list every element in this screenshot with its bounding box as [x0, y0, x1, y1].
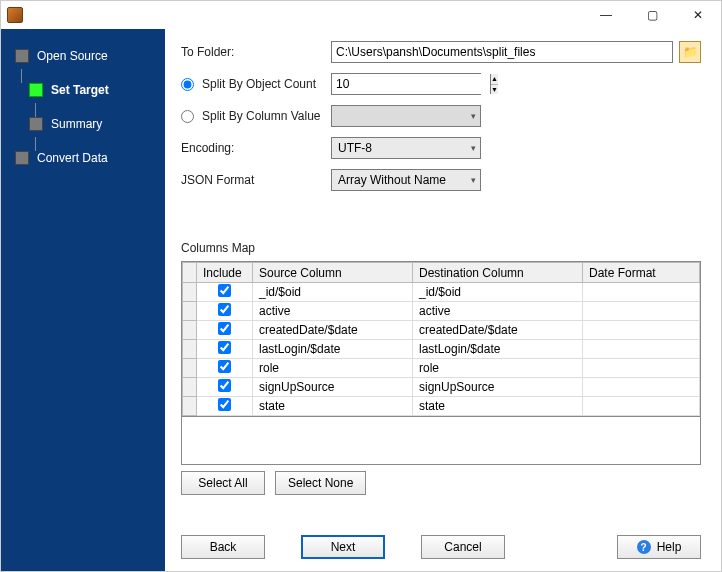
include-checkbox[interactable] — [218, 284, 231, 297]
columns-map-grid[interactable]: Include Source Column Destination Column… — [181, 261, 701, 417]
json-format-select[interactable]: Array Without Name ▾ — [331, 169, 481, 191]
dest-cell[interactable]: lastLogin/$date — [413, 340, 583, 359]
object-count-input[interactable] — [332, 74, 490, 94]
datefmt-cell[interactable] — [583, 397, 700, 416]
datefmt-cell[interactable] — [583, 340, 700, 359]
columns-map-title: Columns Map — [181, 241, 701, 255]
table-row[interactable]: createdDate/$datecreatedDate/$date — [183, 321, 700, 340]
help-label: Help — [657, 540, 682, 554]
include-checkbox[interactable] — [218, 322, 231, 335]
datefmt-cell[interactable] — [583, 359, 700, 378]
col-source[interactable]: Source Column — [253, 263, 413, 283]
table-row[interactable]: lastLogin/$datelastLogin/$date — [183, 340, 700, 359]
step-label: Open Source — [37, 49, 108, 63]
col-include[interactable]: Include — [197, 263, 253, 283]
row-header — [183, 321, 197, 340]
encoding-value: UTF-8 — [338, 141, 372, 155]
titlebar: — ▢ ✕ — [1, 1, 721, 29]
split-column-select: ▾ — [331, 105, 481, 127]
split-by-count-label: Split By Object Count — [202, 77, 316, 91]
include-checkbox[interactable] — [218, 341, 231, 354]
step-label: Set Target — [51, 83, 109, 97]
source-cell[interactable]: createdDate/$date — [253, 321, 413, 340]
table-row[interactable]: _id/$oid_id/$oid — [183, 283, 700, 302]
help-button[interactable]: ? Help — [617, 535, 701, 559]
next-button[interactable]: Next — [301, 535, 385, 559]
source-cell[interactable]: state — [253, 397, 413, 416]
close-button[interactable]: ✕ — [675, 1, 721, 29]
browse-folder-button[interactable]: 📁 — [679, 41, 701, 63]
row-header — [183, 378, 197, 397]
source-cell[interactable]: role — [253, 359, 413, 378]
step-label: Convert Data — [37, 151, 108, 165]
chevron-down-icon: ▾ — [471, 143, 476, 153]
spin-down-icon[interactable]: ▼ — [491, 85, 498, 95]
include-checkbox[interactable] — [218, 379, 231, 392]
select-none-button[interactable]: Select None — [275, 471, 366, 495]
step-label: Summary — [51, 117, 102, 131]
object-count-stepper[interactable]: ▲▼ — [331, 73, 481, 95]
row-header — [183, 283, 197, 302]
grid-empty-area — [181, 417, 701, 465]
dest-cell[interactable]: _id/$oid — [413, 283, 583, 302]
include-checkbox[interactable] — [218, 360, 231, 373]
source-cell[interactable]: _id/$oid — [253, 283, 413, 302]
include-checkbox[interactable] — [218, 398, 231, 411]
dest-cell[interactable]: active — [413, 302, 583, 321]
back-button[interactable]: Back — [181, 535, 265, 559]
include-checkbox[interactable] — [218, 303, 231, 316]
datefmt-cell[interactable] — [583, 378, 700, 397]
table-row[interactable]: rolerole — [183, 359, 700, 378]
encoding-label: Encoding: — [181, 141, 331, 155]
split-by-count-radio-input[interactable] — [181, 78, 194, 91]
table-row[interactable]: activeactive — [183, 302, 700, 321]
datefmt-cell[interactable] — [583, 283, 700, 302]
step-summary[interactable]: Summary — [1, 111, 165, 137]
step-open-source[interactable]: Open Source — [1, 43, 165, 69]
table-row[interactable]: signUpSourcesignUpSource — [183, 378, 700, 397]
split-by-count-radio[interactable]: Split By Object Count — [181, 77, 331, 91]
to-folder-input[interactable] — [331, 41, 673, 63]
source-cell[interactable]: signUpSource — [253, 378, 413, 397]
table-row[interactable]: statestate — [183, 397, 700, 416]
folder-icon: 📁 — [683, 45, 698, 59]
json-format-value: Array Without Name — [338, 173, 446, 187]
split-by-column-radio-input[interactable] — [181, 110, 194, 123]
datefmt-cell[interactable] — [583, 302, 700, 321]
row-header — [183, 397, 197, 416]
minimize-button[interactable]: — — [583, 1, 629, 29]
to-folder-label: To Folder: — [181, 45, 331, 59]
help-icon: ? — [637, 540, 651, 554]
dest-cell[interactable]: signUpSource — [413, 378, 583, 397]
app-icon — [7, 7, 23, 23]
encoding-select[interactable]: UTF-8 ▾ — [331, 137, 481, 159]
col-dest[interactable]: Destination Column — [413, 263, 583, 283]
source-cell[interactable]: active — [253, 302, 413, 321]
maximize-button[interactable]: ▢ — [629, 1, 675, 29]
chevron-down-icon: ▾ — [471, 111, 476, 121]
step-convert-data[interactable]: Convert Data — [1, 145, 165, 171]
dest-cell[interactable]: role — [413, 359, 583, 378]
chevron-down-icon: ▾ — [471, 175, 476, 185]
split-by-column-radio[interactable]: Split By Column Value — [181, 109, 331, 123]
datefmt-cell[interactable] — [583, 321, 700, 340]
row-header — [183, 302, 197, 321]
grid-corner — [183, 263, 197, 283]
json-format-label: JSON Format — [181, 173, 331, 187]
cancel-button[interactable]: Cancel — [421, 535, 505, 559]
spin-up-icon[interactable]: ▲ — [491, 74, 498, 85]
dest-cell[interactable]: createdDate/$date — [413, 321, 583, 340]
split-by-column-label: Split By Column Value — [202, 109, 321, 123]
col-datefmt[interactable]: Date Format — [583, 263, 700, 283]
step-set-target[interactable]: Set Target — [1, 77, 165, 103]
source-cell[interactable]: lastLogin/$date — [253, 340, 413, 359]
row-header — [183, 340, 197, 359]
row-header — [183, 359, 197, 378]
wizard-sidebar: Open Source Set Target Summary Convert D… — [1, 29, 165, 571]
dest-cell[interactable]: state — [413, 397, 583, 416]
select-all-button[interactable]: Select All — [181, 471, 265, 495]
